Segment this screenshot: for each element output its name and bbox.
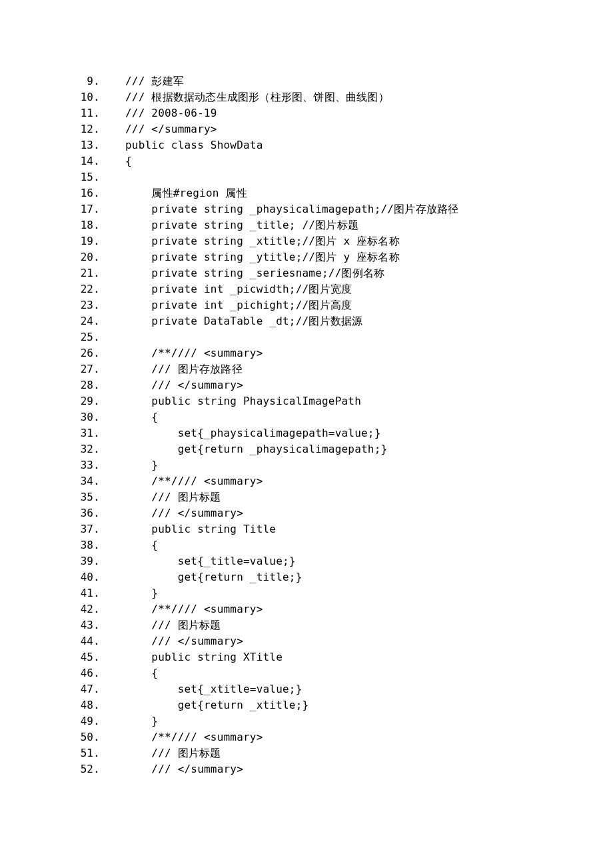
line-number: 49: [61, 713, 93, 729]
code-text: /// </summary>: [100, 761, 263, 777]
code-line: 48. get{return _xtitle;}: [0, 697, 613, 713]
code-line: 41. }: [0, 585, 613, 601]
line-number-dot: .: [93, 713, 100, 729]
code-line: 18. private string _title; //图片标题: [0, 217, 613, 233]
code-text: /**//// <summary>: [100, 345, 283, 361]
line-number-dot: .: [93, 329, 100, 345]
line-number: 20: [61, 249, 93, 265]
code-line: 38. {: [0, 537, 613, 553]
line-number: 19: [61, 233, 93, 249]
line-number-dot: .: [93, 681, 100, 697]
code-text: get{return _xtitle;}: [100, 697, 328, 713]
code-line: 51. /// 图片标题: [0, 745, 613, 761]
code-line: 45. public string XTitle: [0, 649, 613, 665]
code-text: {: [100, 409, 178, 425]
code-text: /// 彭建军: [100, 73, 203, 89]
line-number: 38: [61, 537, 93, 553]
code-text: /// </summary>: [100, 377, 263, 393]
code-text: public string PhaysicalImagePath: [100, 393, 380, 409]
line-number-dot: .: [93, 265, 100, 281]
line-number-dot: .: [93, 537, 100, 553]
line-number-dot: .: [93, 377, 100, 393]
line-number-dot: .: [93, 601, 100, 617]
code-text: set{_phaysicalimagepath=value;}: [100, 425, 400, 441]
code-text: /**//// <summary>: [100, 729, 283, 745]
code-line: 31. set{_phaysicalimagepath=value;}: [0, 425, 613, 441]
code-text: [100, 329, 139, 345]
line-number-dot: .: [93, 489, 100, 505]
code-line: 9./// 彭建军: [0, 73, 613, 89]
line-number-dot: .: [93, 521, 100, 537]
line-number: 14: [61, 153, 93, 169]
code-text: }: [100, 585, 178, 601]
line-number-dot: .: [93, 185, 100, 201]
code-line: 27. /// 图片存放路径: [0, 361, 613, 377]
line-number-dot: .: [93, 761, 100, 777]
line-number-dot: .: [93, 457, 100, 473]
code-text: set{_xtitle=value;}: [100, 681, 322, 697]
code-line: 26. /**//// <summary>: [0, 345, 613, 361]
code-text: /// 图片标题: [100, 617, 241, 633]
line-number: 35: [61, 489, 93, 505]
line-number: 52: [61, 761, 93, 777]
code-text: get{return _title;}: [100, 569, 322, 585]
code-text: {: [100, 153, 151, 169]
line-number: 46: [61, 665, 93, 681]
line-number-dot: .: [93, 121, 100, 137]
line-number: 29: [61, 393, 93, 409]
line-number: 32: [61, 441, 93, 457]
code-text: private string _phaysicalimagepath;//图片存…: [100, 201, 478, 217]
code-text: }: [100, 713, 178, 729]
code-text: /// </summary>: [100, 633, 263, 649]
line-number-dot: .: [93, 169, 100, 185]
line-number: 27: [61, 361, 93, 377]
code-line: 19. private string _xtitle;//图片 x 座标名称: [0, 233, 613, 249]
line-number-dot: .: [93, 633, 100, 649]
line-number: 18: [61, 217, 93, 233]
line-number-dot: .: [93, 441, 100, 457]
code-text: /// 根据数据动态生成图形（柱形图、饼图、曲线图）: [100, 89, 408, 105]
code-line: 23. private int _pichight;//图片高度: [0, 297, 613, 313]
line-number-dot: .: [93, 553, 100, 569]
line-number-dot: .: [93, 73, 100, 89]
line-number: 28: [61, 377, 93, 393]
line-number-dot: .: [93, 217, 100, 233]
code-line: 37. public string Title: [0, 521, 613, 537]
line-number-dot: .: [93, 617, 100, 633]
line-number-dot: .: [93, 313, 100, 329]
line-number: 50: [61, 729, 93, 745]
code-line: 14.{: [0, 153, 613, 169]
line-number-dot: .: [93, 585, 100, 601]
code-line: 25.: [0, 329, 613, 345]
code-text: /**//// <summary>: [100, 473, 283, 489]
code-line: 20. private string _ytitle;//图片 y 座标名称: [0, 249, 613, 265]
code-line: 24. private DataTable _dt;//图片数据源: [0, 313, 613, 329]
code-text: private int _pichight;//图片高度: [100, 297, 372, 313]
code-text: public string Title: [100, 521, 296, 537]
code-line: 34. /**//// <summary>: [0, 473, 613, 489]
line-number-dot: .: [93, 649, 100, 665]
code-text: /// 图片存放路径: [100, 361, 262, 377]
code-text: private string _xtitle;//图片 x 座标名称: [100, 233, 419, 249]
line-number: 48: [61, 697, 93, 713]
code-line: 43. /// 图片标题: [0, 617, 613, 633]
line-number: 24: [61, 313, 93, 329]
line-number-dot: .: [93, 393, 100, 409]
code-text: set{_title=value;}: [100, 553, 315, 569]
line-number: 30: [61, 409, 93, 425]
code-text: private string _ytitle;//图片 y 座标名称: [100, 249, 419, 265]
line-number: 41: [61, 585, 93, 601]
line-number: 16: [61, 185, 93, 201]
line-number-dot: .: [93, 297, 100, 313]
line-number-dot: .: [93, 89, 100, 105]
line-number: 44: [61, 633, 93, 649]
line-number: 34: [61, 473, 93, 489]
code-line: 22. private int _picwidth;//图片宽度: [0, 281, 613, 297]
line-number-dot: .: [93, 281, 100, 297]
code-text: public class ShowData: [100, 137, 283, 153]
line-number-dot: .: [93, 425, 100, 441]
line-number-dot: .: [93, 105, 100, 121]
code-text: /// 图片标题: [100, 745, 241, 761]
code-line: 35. /// 图片标题: [0, 489, 613, 505]
line-number-dot: .: [93, 409, 100, 425]
